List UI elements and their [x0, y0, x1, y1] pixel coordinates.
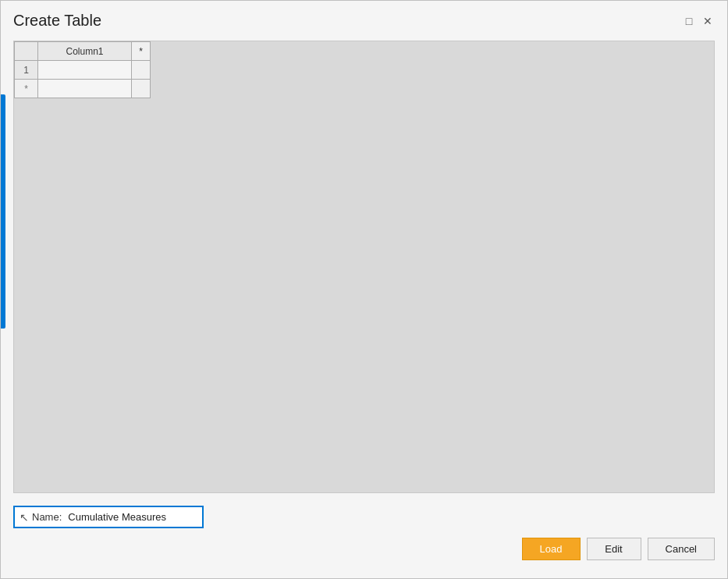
data-table: Column1 * 1 *: [14, 41, 151, 98]
bottom-section: ↖ Name: Load Edit Cancel: [1, 499, 727, 567]
button-row: Load Edit Cancel: [13, 538, 715, 560]
cell-new-col1[interactable]: [38, 80, 132, 98]
row-num-new: *: [15, 80, 38, 98]
table-row: 1: [15, 61, 151, 80]
column-header-new[interactable]: *: [132, 42, 151, 61]
title-bar: Create Table □ ✕: [1, 1, 727, 37]
close-button[interactable]: ✕: [701, 14, 715, 28]
close-icon: ✕: [703, 15, 712, 27]
column-header-col1[interactable]: Column1: [38, 42, 132, 61]
edit-button[interactable]: Edit: [587, 538, 641, 560]
name-input[interactable]: [65, 510, 197, 524]
create-table-dialog: Create Table □ ✕ Column1 * 1: [0, 0, 728, 579]
name-label: Name:: [32, 511, 62, 523]
maximize-button[interactable]: □: [682, 14, 696, 28]
cell-1-new: [132, 61, 151, 80]
dialog-title: Create Table: [13, 12, 101, 30]
cancel-button[interactable]: Cancel: [648, 538, 715, 560]
maximize-icon: □: [686, 15, 692, 27]
content-area: Column1 * 1 *: [13, 41, 715, 493]
name-row: ↖ Name:: [13, 506, 715, 528]
row-num-1: 1: [15, 61, 38, 80]
name-field-wrapper: ↖ Name:: [13, 506, 204, 528]
cursor-icon: ↖: [20, 511, 29, 524]
window-controls: □ ✕: [682, 14, 715, 28]
table-row-new: *: [15, 80, 151, 98]
row-header-num: [15, 42, 38, 61]
load-button[interactable]: Load: [522, 538, 581, 560]
cell-1-col1[interactable]: [38, 61, 132, 80]
cell-new-new: [132, 80, 151, 98]
left-accent-bar: [1, 94, 5, 329]
